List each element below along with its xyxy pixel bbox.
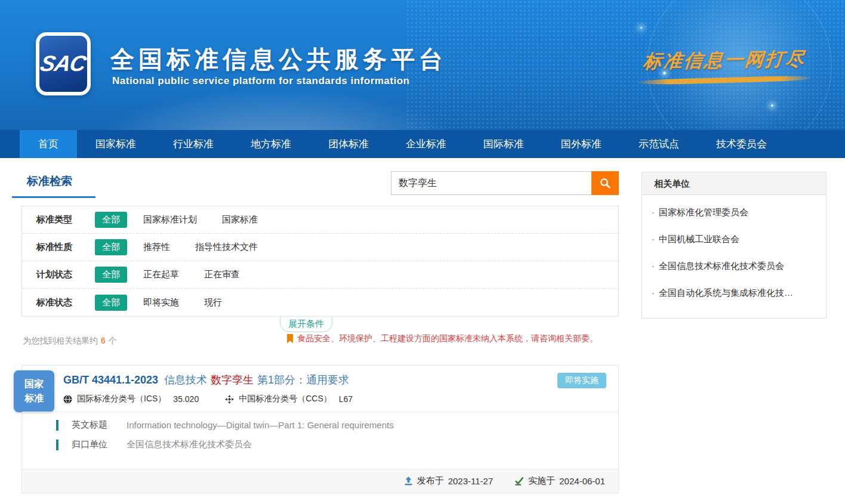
published-date-item: 发布于 2023-11-27 [404, 475, 494, 487]
english-title-label: 英文标题 [72, 419, 127, 431]
bookmark-icon [286, 334, 294, 344]
nav-item-national-standards[interactable]: 国家标准 [77, 130, 155, 158]
teal-bar-decoration [56, 440, 58, 450]
nav-item-foreign-standards[interactable]: 国外标准 [542, 130, 620, 158]
standard-title-part1: 信息技术 [164, 374, 207, 386]
status-badge: 即将实施 [557, 373, 606, 388]
filter-all-badge[interactable]: 全部 [95, 212, 127, 228]
ccs-value: L67 [339, 394, 353, 404]
ccs-label: 中国标准分类号（CCS） [239, 394, 332, 404]
published-label: 发布于 [417, 475, 444, 487]
nav-item-international-standards[interactable]: 国际标准 [465, 130, 542, 158]
system-notice: 食品安全、环境保护、工程建设方面的国家标准未纳入本系统，请咨询相关部委。 [286, 333, 598, 344]
header-glow-decoration [67, 82, 485, 130]
filter-option[interactable]: 正在审查 [204, 269, 240, 280]
card-header: GB/T 43441.1-2023信息技术数字孪生第1部分：通用要求 即将实施 … [22, 366, 618, 412]
standard-title-part2: 第1部分：通用要求 [257, 374, 349, 386]
slogan: 标准信息一网打尽 [635, 48, 814, 83]
search-box [391, 171, 619, 195]
filter-row-standard-nature: 标准性质 全部 推荐性 指导性技术文件 [22, 234, 618, 261]
filter-label: 标准性质 [36, 242, 95, 253]
search-icon [599, 177, 611, 189]
nav-item-industry-standards[interactable]: 行业标准 [155, 130, 232, 158]
related-units-panel: 相关单位 国家标准化管理委员会 中国机械工业联合会 全国信息技术标准化技术委员会… [642, 172, 827, 319]
slogan-text: 标准信息一网打尽 [634, 46, 815, 74]
filter-label: 标准状态 [36, 297, 95, 308]
globe-icon [63, 395, 72, 404]
related-units-list: 国家标准化管理委员会 中国机械工业联合会 全国信息技术标准化技术委员会 全国自动… [642, 195, 826, 306]
teal-bar-decoration [56, 420, 58, 431]
glow-dot [771, 104, 773, 107]
standard-title-link[interactable]: GB/T 43441.1-2023信息技术数字孪生第1部分：通用要求 [63, 373, 618, 387]
filter-option[interactable]: 推荐性 [143, 242, 170, 253]
result-count-prefix: 为您找到相关结果约 [23, 336, 98, 345]
expand-conditions-button[interactable]: 展开条件 [280, 317, 332, 332]
nav-item-technical-committee[interactable]: 技术委员会 [698, 130, 785, 158]
committee-value: 全国信息技术标准化技术委员会 [127, 439, 252, 450]
sidebar-item-it-standards-committee[interactable]: 全国信息技术标准化技术委员会 [642, 252, 826, 279]
filter-option[interactable]: 正在起草 [143, 269, 179, 280]
search-input[interactable] [391, 171, 591, 195]
site-header: SAC 全国标准信息公共服务平台 National public service… [0, 0, 845, 130]
ics-meta: 国际标准分类号（ICS） 35.020 [63, 394, 199, 404]
english-title-row: 英文标题 Information technology—Digital twin… [56, 419, 618, 431]
filter-all-badge[interactable]: 全部 [95, 267, 127, 283]
ics-label: 国际标准分类号（ICS） [77, 394, 166, 404]
sac-logo[interactable]: SAC [36, 32, 91, 95]
standard-title-highlight: 数字孪生 [211, 374, 254, 386]
implemented-date-item: 实施于 2024-06-01 [514, 475, 605, 487]
filter-option[interactable]: 现行 [204, 297, 222, 308]
nav-item-home[interactable]: 首页 [20, 130, 77, 158]
page-title: 标准检索 [27, 174, 72, 189]
sac-logo-text: SAC [38, 51, 88, 76]
ccs-meta: 中国标准分类号（CCS） L67 [225, 394, 353, 404]
filter-label: 计划状态 [36, 269, 95, 280]
filter-row-plan-status: 计划状态 全部 正在起草 正在审查 [22, 261, 618, 289]
filter-option[interactable]: 即将实施 [143, 297, 179, 308]
site-title: 全国标准信息公共服务平台 [110, 43, 447, 76]
result-card: 国家 标准 GB/T 43441.1-2023信息技术数字孪生第1部分：通用要求… [21, 365, 619, 493]
published-date: 2023-11-27 [448, 476, 494, 486]
implemented-label: 实施于 [528, 475, 555, 487]
nav-item-local-standards[interactable]: 地方标准 [232, 130, 310, 158]
ics-value: 35.020 [173, 394, 199, 404]
card-meta-row: 国际标准分类号（ICS） 35.020 中国标准分类号（CCS） L67 [63, 394, 618, 404]
glow-dot [640, 27, 642, 29]
english-title-value: Information technology—Digital twin—Part… [127, 420, 394, 430]
site-subtitle: National public service platform for sta… [112, 75, 409, 87]
sidebar-item-automation-committee[interactable]: 全国自动化系统与集成标准化技… [642, 279, 826, 306]
nav-item-pilot[interactable]: 示范试点 [620, 130, 698, 158]
filter-row-standard-type: 标准类型 全部 国家标准计划 国家标准 [22, 206, 618, 234]
sac-logo-inner: SAC [39, 36, 87, 92]
sidebar-item-sac[interactable]: 国家标准化管理委员会 [642, 199, 826, 225]
filter-row-standard-status: 标准状态 全部 即将实施 现行 [22, 289, 618, 316]
card-footer: 发布于 2023-11-27 实施于 2024-06-01 [22, 469, 618, 493]
committee-label: 归口单位 [72, 439, 127, 450]
publish-icon [404, 477, 413, 486]
filter-label: 标准类型 [36, 214, 95, 225]
implemented-date: 2024-06-01 [559, 476, 605, 486]
result-count-suffix: 个 [109, 336, 117, 345]
filter-option[interactable]: 国家标准 [222, 214, 258, 225]
page-title-underline [12, 196, 95, 198]
filter-option[interactable]: 国家标准计划 [143, 214, 197, 225]
related-units-title: 相关单位 [642, 172, 826, 195]
filter-all-badge[interactable]: 全部 [95, 239, 127, 255]
implemented-check-icon [514, 477, 524, 486]
notice-text: 食品安全、环境保护、工程建设方面的国家标准未纳入本系统，请咨询相关部委。 [297, 333, 598, 344]
compass-icon [225, 395, 234, 404]
filter-all-badge[interactable]: 全部 [95, 295, 127, 311]
result-count-number: 6 [101, 336, 106, 345]
result-count: 为您找到相关结果约6个 [23, 336, 117, 347]
main-nav: 首页 国家标准 行业标准 地方标准 团体标准 企业标准 国际标准 国外标准 示范… [0, 130, 845, 158]
filter-option[interactable]: 指导性技术文件 [195, 242, 258, 253]
sidebar-item-machinery-federation[interactable]: 中国机械工业联合会 [642, 225, 826, 252]
main-content: 标准检索 标准类型 全部 国家标准计划 国家标准 标准性质 全部 推荐性 指导性… [0, 158, 845, 504]
nav-item-group-standards[interactable]: 团体标准 [310, 130, 387, 158]
filter-panel: 标准类型 全部 国家标准计划 国家标准 标准性质 全部 推荐性 指导性技术文件 … [21, 206, 619, 317]
nav-item-enterprise-standards[interactable]: 企业标准 [387, 130, 465, 158]
standard-code: GB/T 43441.1-2023 [63, 374, 158, 386]
committee-row: 归口单位 全国信息技术标准化技术委员会 [56, 439, 618, 450]
search-button[interactable] [591, 171, 619, 195]
